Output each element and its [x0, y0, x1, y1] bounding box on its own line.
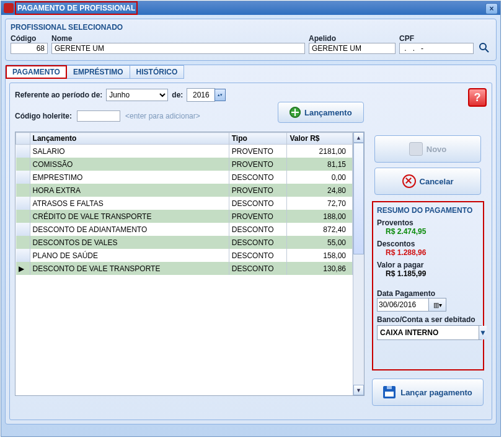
close-button[interactable]: ×: [485, 3, 498, 14]
apelido-field[interactable]: [309, 43, 396, 54]
help-button[interactable]: ?: [468, 88, 487, 107]
table-row[interactable]: COMISSÃOPROVENTO81,15: [16, 158, 353, 171]
cell-lancamento: PLANO DE SAÚDE: [30, 249, 229, 262]
cell-tipo: DESCONTO: [229, 197, 287, 210]
holerite-label: Código holerite:: [15, 112, 72, 120]
row-marker: [16, 210, 30, 223]
lancamento-button[interactable]: Lançamento: [278, 102, 364, 123]
tab-pagamento[interactable]: PAGAMENTO: [6, 65, 67, 79]
save-icon: [383, 386, 396, 398]
cell-valor: 872,40: [287, 223, 353, 236]
cell-tipo: DESCONTO: [229, 223, 287, 236]
titlebar: PAGAMENTO DE PROFISSIONAL ×: [1, 1, 500, 15]
banco-conta-select[interactable]: ▼: [377, 325, 482, 340]
codigo-field[interactable]: [11, 43, 48, 54]
cancelar-button-label: Cancelar: [420, 177, 454, 186]
data-pagamento-label: Data Pagamento: [377, 289, 479, 298]
date-picker-icon[interactable]: ▥▾: [428, 299, 446, 311]
cell-valor: 81,15: [287, 158, 353, 171]
periodo-label: Referente ao período de:: [15, 91, 102, 99]
cell-valor: 130,86: [287, 262, 353, 275]
data-pagamento-field[interactable]: ▥▾: [377, 298, 446, 312]
window-title: PAGAMENTO DE PROFISSIONAL: [15, 1, 138, 15]
cell-tipo: DESCONTO: [229, 262, 287, 275]
scroll-down-icon[interactable]: ▼: [353, 385, 364, 395]
cell-lancamento: HORA EXTRA: [30, 184, 229, 197]
cell-lancamento: DESCONTO DE ADIANTAMENTO: [30, 223, 229, 236]
lancar-pagamento-button[interactable]: Lançar pagamento: [372, 379, 484, 406]
col-tipo[interactable]: Tipo: [229, 133, 287, 145]
cpf-field[interactable]: [399, 43, 474, 54]
table-row[interactable]: EMPRESTIMODESCONTO0,00: [16, 171, 353, 184]
table-row[interactable]: CRÉDITO DE VALE TRANSPORTEPROVENTO188,00: [16, 210, 353, 223]
cell-valor: 24,80: [287, 184, 353, 197]
app-window: PAGAMENTO DE PROFISSIONAL × PROFISSIONAL…: [1, 1, 501, 437]
table-row[interactable]: ATRASOS E FALTASDESCONTO72,70: [16, 197, 353, 210]
novo-button-label: Novo: [427, 145, 447, 154]
nome-field[interactable]: [51, 43, 305, 54]
svg-line-1: [485, 49, 489, 52]
cell-valor: 55,00: [287, 236, 353, 249]
cell-valor: 2181,00: [287, 145, 353, 158]
calendar-icon: [409, 142, 423, 156]
cell-tipo: PROVENTO: [229, 184, 287, 197]
cell-valor: 0,00: [287, 171, 353, 184]
cell-lancamento: EMPRESTIMO: [30, 171, 229, 184]
scroll-up-icon[interactable]: ▲: [353, 132, 364, 143]
selected-professional-heading: PROFISSIONAL SELECIONADO: [11, 23, 491, 32]
cell-lancamento: DESCONTO DE VALE TRANSPORTE: [30, 262, 229, 275]
periodo-de-label: de:: [172, 91, 183, 99]
row-marker: [16, 197, 30, 210]
holerite-input[interactable]: [77, 110, 120, 122]
plus-icon: [290, 107, 301, 118]
scroll-thumb[interactable]: [353, 143, 364, 254]
holerite-placeholder: <enter para adicionar>: [125, 112, 200, 120]
grid-gutter-header: [16, 133, 30, 145]
row-marker: [16, 223, 30, 236]
novo-button[interactable]: Novo: [374, 135, 481, 163]
table-row[interactable]: DESCONTOS DE VALESDESCONTO55,00: [16, 236, 353, 249]
cell-lancamento: COMISSÃO: [30, 158, 229, 171]
col-lancamento[interactable]: Lançamento: [30, 133, 229, 145]
table-row[interactable]: ▶DESCONTO DE VALE TRANSPORTEDESCONTO130,…: [16, 262, 353, 275]
chevron-down-icon[interactable]: ▼: [479, 326, 487, 339]
periodo-ano-spinner[interactable]: ▴▾: [214, 89, 226, 101]
cancelar-button[interactable]: Cancelar: [374, 168, 481, 195]
valor-pagar-value: R$ 1.185,99: [386, 269, 479, 278]
lancamento-button-label: Lançamento: [304, 108, 352, 117]
cell-valor: 72,70: [287, 197, 353, 210]
row-marker: ▶: [16, 262, 30, 275]
lancar-pagamento-label: Lançar pagamento: [400, 388, 472, 397]
label-apelido: Apelido: [309, 34, 396, 43]
col-valor[interactable]: Valor R$: [287, 133, 353, 145]
data-pagamento-input[interactable]: [378, 300, 428, 309]
cell-tipo: PROVENTO: [229, 145, 287, 158]
table-row[interactable]: HORA EXTRAPROVENTO24,80: [16, 184, 353, 197]
periodo-ano-input[interactable]: [187, 88, 215, 102]
row-marker: [16, 249, 30, 262]
cell-tipo: PROVENTO: [229, 158, 287, 171]
cell-lancamento: DESCONTOS DE VALES: [30, 236, 229, 249]
tab-emprestimo[interactable]: EMPRÉSTIMO: [66, 65, 130, 79]
resumo-heading: RESUMO DO PAGAMENTO: [377, 206, 479, 215]
tab-historico[interactable]: HISTÓRICO: [130, 65, 185, 79]
descontos-value: R$ 1.288,96: [386, 248, 479, 257]
grid-scrollbar[interactable]: ▲ ▼: [353, 132, 364, 395]
cancel-icon: [402, 174, 416, 188]
search-button[interactable]: [477, 42, 491, 54]
table-row[interactable]: DESCONTO DE ADIANTAMENTODESCONTO872,40: [16, 223, 353, 236]
label-codigo: Código: [11, 34, 48, 43]
table-row[interactable]: SALARIOPROVENTO2181,00: [16, 145, 353, 158]
cell-tipo: DESCONTO: [229, 236, 287, 249]
cell-lancamento: SALARIO: [30, 145, 229, 158]
banco-conta-value[interactable]: [378, 326, 479, 339]
table-row[interactable]: PLANO DE SAÚDEDESCONTO158,00: [16, 249, 353, 262]
periodo-mes-select[interactable]: Junho: [106, 89, 168, 101]
proventos-label: Proventos: [377, 218, 479, 227]
resumo-pagamento-panel: RESUMO DO PAGAMENTO Proventos R$ 2.474,9…: [372, 201, 484, 370]
descontos-label: Descontos: [377, 240, 479, 248]
cell-tipo: DESCONTO: [229, 171, 287, 184]
cell-tipo: DESCONTO: [229, 249, 287, 262]
cell-valor: 158,00: [287, 249, 353, 262]
tab-content-pagamento: Referente ao período de: Junho de: ▴▾ ? …: [9, 83, 492, 420]
